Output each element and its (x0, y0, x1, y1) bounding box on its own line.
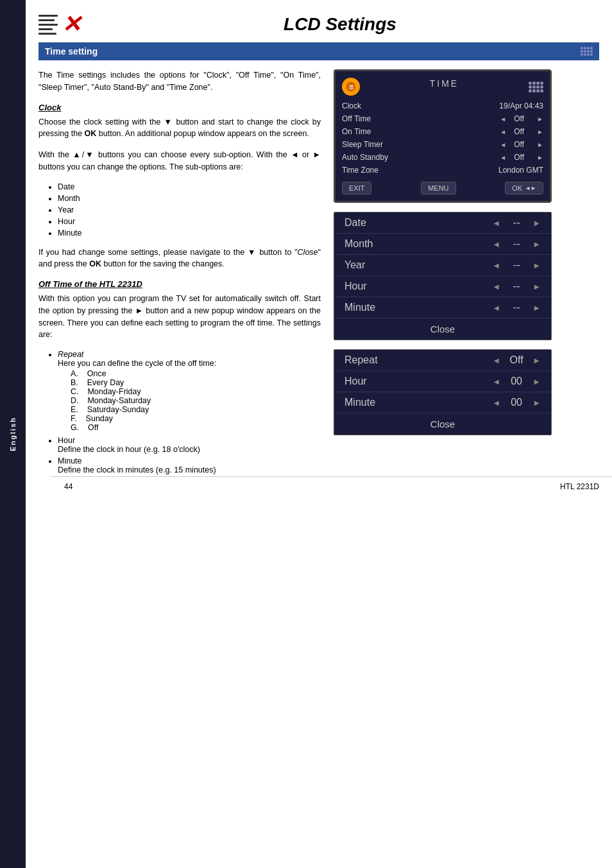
bottom-bar: 44 HTL 2231D (51, 476, 612, 496)
logo-area: ✕ LCD Settings (38, 13, 599, 36)
tv-row-autostandby: Auto Standby ◄ Off ► (342, 151, 543, 164)
popup-date-arrow-right: ► (532, 218, 541, 228)
popup-offtime-minute-arrow-left: ◄ (492, 398, 500, 408)
popup-repeat-value: Off (500, 354, 532, 366)
repeat-mon-fri: C. Monday-Friday (71, 387, 321, 396)
section-header: Time setting (38, 42, 599, 60)
clock-para1: Choose the clock setting with the ▼ butt… (38, 116, 321, 141)
tv-offtime-label: Off Time (342, 114, 400, 123)
intro-text: The Time settings includes the options f… (38, 69, 321, 94)
popup-month-row: Month ◄ -- ► (334, 234, 551, 255)
tv-autostandby-value: Off (506, 153, 532, 162)
suboption-minute: Minute (58, 229, 321, 238)
corner-dot (529, 82, 532, 85)
popup-repeat-arrow-left: ◄ (492, 356, 500, 365)
repeat-off: G. Off (71, 423, 321, 432)
off-time-close-label: Close (430, 419, 455, 430)
tv-autostandby-arrow-right: ► (537, 154, 543, 161)
repeat-once: A. Once (71, 369, 321, 378)
off-time-para1: With this option you can program the TV … (38, 293, 321, 341)
logo-line-5 (38, 33, 56, 35)
popup-offtime-hour-row: Hour ◄ 00 ► (334, 371, 551, 392)
sidebar: English (0, 0, 26, 868)
tv-offtime-arrow-right: ► (537, 116, 543, 123)
exit-button[interactable]: EXIT (342, 182, 371, 195)
tv-clock-label: Clock (342, 101, 400, 110)
popup-offtime-hour-arrow-left: ◄ (492, 377, 500, 386)
tv-top-bar: ☰ TIME (342, 78, 543, 96)
suboption-date: Date (58, 182, 321, 191)
off-time-repeat: Repeat Here you can define the cycle of … (58, 350, 321, 432)
tv-row-ontime: On Time ◄ Off ► (342, 125, 543, 138)
popup-date-row: Date ◄ -- ► (334, 213, 551, 234)
popup-year-value: -- (500, 259, 532, 271)
clock-para3: If you had change some settings, please … (38, 247, 321, 271)
corner-dot (532, 85, 536, 89)
popup-hour-arrow-right: ► (532, 282, 541, 291)
dot (581, 50, 583, 53)
suboption-year: Year (58, 205, 321, 214)
popup-repeat-arrow-right: ► (532, 356, 541, 365)
tv-ontime-value: Off (506, 127, 532, 136)
tv-sleep-value: Off (506, 140, 532, 149)
clock-heading: Clock (38, 103, 321, 112)
popup-offtime-minute-label: Minute (344, 397, 396, 408)
tv-ontime-arrow-left: ◄ (500, 128, 506, 135)
popup-year-arrow-left: ◄ (492, 261, 500, 270)
header-dots (581, 47, 593, 56)
off-time-options-list: Repeat Here you can define the cycle of … (38, 350, 321, 474)
tv-row-clock: Clock 19/Apr 04:43 (342, 100, 543, 112)
tv-autostandby-arrow-left: ◄ (500, 154, 506, 161)
popup-minute-value: -- (500, 302, 532, 313)
corner-dot (536, 82, 540, 85)
popup-offtime-hour-value: 00 (500, 376, 532, 387)
off-time-heading: Off Time of the HTL 2231D (38, 279, 321, 289)
popup-minute-arrow-left: ◄ (492, 303, 500, 313)
tv-sleep-arrow-right: ► (537, 141, 543, 148)
tv-corner-dots (529, 82, 543, 92)
tv-timezone-value: London GMT (498, 166, 543, 175)
dot (587, 47, 590, 49)
repeat-options: A. Once B. Every Day C. Monday-Friday D.… (58, 369, 321, 432)
tv-ontime-label: On Time (342, 127, 400, 136)
popup-month-arrow-right: ► (532, 239, 541, 249)
sidebar-label: English (9, 417, 17, 451)
ok-button[interactable]: OK ◄► (505, 182, 543, 195)
popup-month-arrow-left: ◄ (492, 239, 500, 249)
popup-year-label: Year (344, 259, 396, 271)
popup-year-arrow-right: ► (532, 261, 541, 270)
repeat-sunday: F. Sunday (71, 414, 321, 423)
repeat-sat-sun: E. Saturday-Sunday (71, 405, 321, 414)
clock-suboptions-list: Date Month Year Hour Minute (38, 182, 321, 238)
content-area: The Time settings includes the options f… (38, 69, 599, 483)
dot (590, 47, 593, 49)
clock-popup-close[interactable]: Close (334, 318, 551, 340)
corner-dot (536, 89, 540, 92)
corner-dot (532, 89, 536, 92)
tv-autostandby-label: Auto Standby (342, 153, 400, 162)
popup-offtime-minute-row: Minute ◄ 00 ► (334, 392, 551, 413)
tv-sleep-arrow-left: ◄ (500, 141, 506, 148)
dot (581, 53, 583, 56)
logo-lines (38, 15, 58, 35)
off-time-popup-close[interactable]: Close (334, 413, 551, 435)
popup-offtime-hour-label: Hour (344, 376, 396, 387)
popup-repeat-label: Repeat (344, 354, 396, 366)
dot (581, 47, 583, 49)
popup-repeat-row: Repeat ◄ Off ► (334, 350, 551, 371)
popup-minute-label: Minute (344, 302, 396, 313)
popup-month-label: Month (344, 238, 396, 250)
tv-offtime-value: Off (506, 114, 532, 123)
tv-row-sleep: Sleep Timer ◄ Off ► (342, 138, 543, 151)
dot-group (581, 47, 593, 56)
popup-hour-label: Hour (344, 281, 396, 292)
corner-dot (540, 82, 543, 85)
dot (584, 47, 586, 49)
corner-dot (529, 85, 532, 89)
popup-date-value: -- (500, 217, 532, 229)
corner-dot (529, 89, 532, 92)
section-title: Time setting (45, 46, 98, 56)
menu-button[interactable]: MENU (421, 182, 455, 195)
tv-menu-icon: ☰ (342, 78, 360, 96)
page-number: 44 (64, 482, 72, 491)
